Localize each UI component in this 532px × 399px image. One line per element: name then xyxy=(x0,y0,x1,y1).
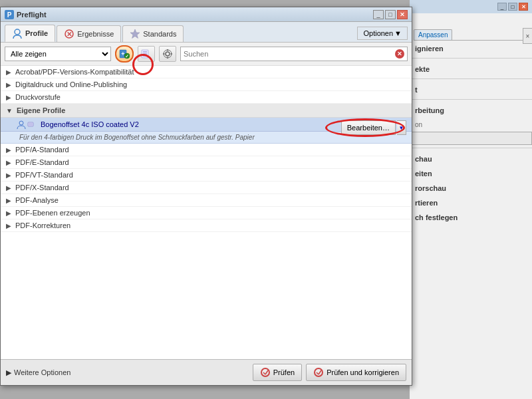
category-pdfa-arrow: ▶ xyxy=(6,146,11,154)
category-eigene-label: Eigene Profile xyxy=(17,106,65,114)
profile-item-icons xyxy=(17,120,37,129)
rp-section-title-ekte: ekte xyxy=(415,65,527,73)
rp-close-btn[interactable]: ✕ xyxy=(519,3,528,11)
weitere-optionen-button[interactable]: ▶ Weitere Optionen xyxy=(6,368,70,377)
optionen-button[interactable]: Optionen ▼ xyxy=(357,27,408,40)
wrench-icon xyxy=(27,120,37,129)
category-pdfx[interactable]: ▶ PDF/X-Standard xyxy=(1,182,412,194)
rp-section-title-festlegen: ch festlegen xyxy=(415,213,527,221)
search-input[interactable] xyxy=(184,50,395,58)
svg-point-27 xyxy=(315,368,323,376)
tab-ergebnisse-label: Ergebnisse xyxy=(77,30,114,38)
close-button[interactable]: ✕ xyxy=(397,10,408,19)
rp-section-title-rtieren: rtieren xyxy=(415,199,527,207)
weitere-optionen-label: Weitere Optionen xyxy=(14,368,70,376)
category-druckvorstufe-label: Druckvorstufe xyxy=(15,93,61,101)
search-clear-button[interactable]: ✕ xyxy=(395,49,404,59)
rp-section-title-eiten: eiten xyxy=(415,170,527,178)
preflight-icon: P xyxy=(5,10,14,19)
rp-section-title-chau: chau xyxy=(415,155,527,163)
category-digitaldruck[interactable]: ▶ Digitaldruck und Online-Publishing xyxy=(1,78,412,91)
toolbar: Alle zeigen + ✓ xyxy=(1,43,412,66)
pruefen-korrigieren-icon xyxy=(313,367,324,378)
rp-maximize-btn[interactable]: □ xyxy=(508,3,517,11)
svg-line-29 xyxy=(319,370,321,374)
rp-minimize-btn[interactable]: _ xyxy=(497,3,507,11)
rp-section-ekte: ekte xyxy=(410,61,532,76)
category-pdfa-label: PDF/A-Standard xyxy=(15,146,69,154)
rp-text-on: on xyxy=(415,121,527,128)
pruefen-korrigieren-button[interactable]: Prüfen und korrigieren xyxy=(306,364,406,381)
ergebnisse-tab-icon: ✕ xyxy=(64,29,74,39)
svg-line-26 xyxy=(265,370,268,374)
standards-tab-icon xyxy=(130,29,140,39)
weitere-optionen-arrow: ▶ xyxy=(6,368,11,377)
svg-text:✕: ✕ xyxy=(66,31,72,38)
category-pdfanalyse-label: PDF-Analyse xyxy=(15,196,59,204)
edit-profile-button[interactable] xyxy=(138,46,155,62)
rp-section-title-t: t xyxy=(415,86,527,94)
svg-point-2 xyxy=(15,29,20,35)
optionen-label: Optionen xyxy=(363,29,393,37)
rp-section-title-rbeitung: rbeitung xyxy=(415,106,527,114)
new-profile-icon: + ✓ xyxy=(119,49,130,59)
profile-edit-icon xyxy=(17,120,26,129)
category-pdfkorrekturen-label: PDF-Korrekturen xyxy=(15,221,70,229)
category-pdfvt-label: PDF/VT-Standard xyxy=(15,171,73,179)
pruefen-icon xyxy=(260,367,271,378)
svg-text:P: P xyxy=(7,11,12,19)
category-pdfebenen-arrow: ▶ xyxy=(6,209,11,217)
category-druckvorstufe-arrow: ▶ xyxy=(6,94,11,101)
rp-input-field[interactable] xyxy=(410,132,532,145)
tab-ergebnisse[interactable]: ✕ Ergebnisse xyxy=(57,25,121,42)
new-profile-button[interactable]: + ✓ xyxy=(115,45,134,63)
title-bar-controls: _ □ ✕ xyxy=(373,10,408,19)
category-digitaldruck-arrow: ▶ xyxy=(6,81,11,88)
search-box: ✕ xyxy=(180,47,408,61)
rp-section-on: on xyxy=(410,117,532,130)
category-acrobat-arrow: ▶ xyxy=(6,68,11,76)
category-pdfe[interactable]: ▶ PDF/E-Standard xyxy=(1,156,412,169)
rp-section-ignieren: ignieren xyxy=(410,41,532,55)
pruefen-korrigieren-label: Prüfen und korrigieren xyxy=(327,368,399,376)
category-acrobat-label: Acrobat/PDF-Versions-Kompatibilität xyxy=(15,68,134,76)
category-digitaldruck-label: Digitaldruck und Online-Publishing xyxy=(15,80,127,88)
category-pdfx-arrow: ▶ xyxy=(6,184,11,192)
category-druckvorstufe[interactable]: ▶ Druckvorstufe xyxy=(1,91,412,104)
category-pdfkorrekturen[interactable]: ▶ PDF-Korrekturen xyxy=(1,219,412,232)
tab-standards[interactable]: Standards xyxy=(122,25,184,42)
edit-dropdown-arrow[interactable]: ▼ xyxy=(397,120,406,135)
tab-profile-label: Profile xyxy=(25,29,48,37)
profile-item-bogenoffset[interactable]: Bogenoffset 4c ISO coated V2 Bearbeiten…… xyxy=(1,118,412,132)
rp-section-rbeitung: rbeitung xyxy=(410,102,532,117)
edit-button[interactable]: Bearbeiten… xyxy=(341,120,396,135)
category-pdfa[interactable]: ▶ PDF/A-Standard xyxy=(1,144,412,156)
category-pdfvt-arrow: ▶ xyxy=(6,172,11,179)
settings-button[interactable] xyxy=(159,46,176,62)
edit-profile-icon xyxy=(141,49,152,59)
category-pdfanalyse[interactable]: ▶ PDF-Analyse xyxy=(1,194,412,207)
bottom-bar: ▶ Weitere Optionen Prüfen Prü xyxy=(1,359,412,385)
category-pdfvt[interactable]: ▶ PDF/VT-Standard xyxy=(1,169,412,182)
category-acrobat[interactable]: ▶ Acrobat/PDF-Versions-Kompatibilität xyxy=(1,66,412,78)
settings-icon xyxy=(162,49,173,59)
right-panel: _ □ ✕ × Anpassen ignieren ekte t rbeitun… xyxy=(409,0,532,399)
svg-point-15 xyxy=(164,50,172,58)
tab-standards-label: Standards xyxy=(143,30,176,38)
rp-collapse-tab[interactable]: × xyxy=(523,28,532,44)
filter-dropdown[interactable]: Alle zeigen xyxy=(5,47,111,61)
title-bar: P Preflight _ □ ✕ xyxy=(1,7,412,22)
optionen-arrow-icon: ▼ xyxy=(394,29,402,37)
pruefen-button[interactable]: Prüfen xyxy=(253,364,302,381)
pruefen-label: Prüfen xyxy=(273,368,295,376)
tab-profile[interactable]: Profile xyxy=(5,25,55,42)
rp-section-title-rorschau: rorschau xyxy=(415,184,527,192)
minimize-button[interactable]: _ xyxy=(373,10,384,19)
category-eigene-profile[interactable]: ▼ Eigene Profile xyxy=(1,104,412,118)
maximize-button[interactable]: □ xyxy=(385,10,396,19)
rp-tab-anpassen[interactable]: Anpassen xyxy=(414,29,452,40)
profile-tab-icon xyxy=(12,28,23,39)
svg-point-20 xyxy=(19,121,23,125)
category-pdfebenen[interactable]: ▶ PDF-Ebenen erzeugen xyxy=(1,207,412,219)
rp-section-chau: chau xyxy=(410,151,532,166)
